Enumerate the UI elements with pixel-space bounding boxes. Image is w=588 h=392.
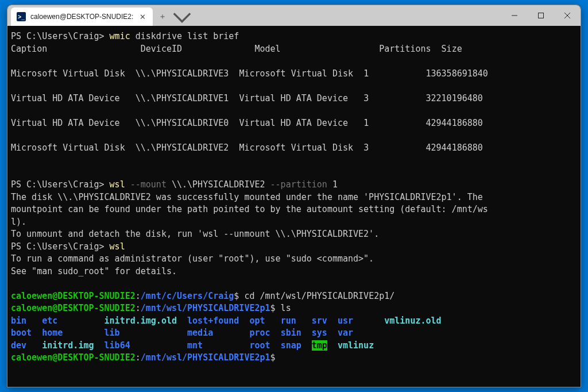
- cmd-arg: \\.\PHYSICALDRIVE2: [167, 179, 265, 190]
- cmd-flag: --partition: [265, 179, 327, 190]
- titlebar: >_ caloewen@DESKTOP-SNUDIE2: ✕ ＋: [7, 5, 581, 26]
- output-line: The disk \\.\PHYSICALDRIVE2 was successf…: [11, 192, 483, 202]
- maximize-button[interactable]: [528, 5, 554, 26]
- output-line: mountpoint can be found under the path p…: [11, 204, 488, 214]
- wsl-user-host: caloewen@DESKTOP-SNUDIE2: [11, 291, 136, 301]
- wsl-user-host: caloewen@DESKTOP-SNUDIE2: [11, 352, 136, 363]
- powershell-icon: >_: [17, 12, 26, 21]
- tab-close-button[interactable]: ✕: [138, 12, 147, 21]
- table-row: Virtual HD ATA Device \\.\PHYSICALDRIVE1…: [11, 93, 483, 103]
- ls-row: dev initrd.img lib64 mnt root snap tmp v…: [11, 340, 374, 351]
- wsl-cmd: ls: [276, 303, 291, 313]
- chevron-down-icon: [172, 7, 192, 26]
- wsl-path: /mnt/wsl/PHYSICALDRIVE2p1: [141, 352, 270, 363]
- cmd-wsl: wsl: [110, 179, 125, 190]
- cmd-wmic: wmic: [110, 31, 130, 41]
- cmd-arg: 1: [327, 179, 338, 190]
- tab-dropdown-button[interactable]: [172, 7, 192, 26]
- ls-row: bin etc initrd.img.old lost+found opt ru…: [11, 316, 442, 326]
- new-tab-button[interactable]: ＋: [153, 7, 172, 26]
- ls-row: boot home lib media proc sbin sys var: [11, 328, 353, 338]
- cmd-flag: --mount: [125, 179, 167, 190]
- window-controls: [501, 5, 581, 26]
- output-line: See "man sudo_root" for details.: [11, 266, 177, 276]
- cmd-args: diskdrive list brief: [130, 31, 239, 41]
- tab-active[interactable]: >_ caloewen@DESKTOP-SNUDIE2: ✕: [11, 7, 153, 26]
- wsl-path: /mnt/wsl/PHYSICALDRIVE2p1: [141, 303, 270, 313]
- close-icon: [564, 13, 570, 18]
- ps-prompt: PS C:\Users\Craig>: [11, 31, 110, 41]
- table-row: Microsoft Virtual Disk \\.\PHYSICALDRIVE…: [11, 143, 483, 153]
- wsl-cmd: cd /mnt/wsl/PHYSICALDRIVE2p1/: [239, 291, 394, 301]
- output-line: l).: [11, 217, 26, 227]
- table-row: Virtual HD ATA Device \\.\PHYSICALDRIVE0…: [11, 118, 483, 128]
- ps-prompt: PS C:\Users\Craig>: [11, 241, 110, 252]
- cmd-wsl: wsl: [110, 241, 125, 252]
- output-line: To run a command as administrator (user …: [11, 253, 374, 264]
- minimize-button[interactable]: [501, 5, 528, 26]
- table-row: Microsoft Virtual Disk \\.\PHYSICALDRIVE…: [11, 68, 488, 79]
- table-header: Caption DeviceID Model Partitions Size: [11, 44, 462, 54]
- titlebar-drag-area[interactable]: [192, 5, 501, 26]
- tab-title: caloewen@DESKTOP-SNUDIE2:: [30, 13, 133, 21]
- wsl-path: /mnt/c/Users/Craig: [141, 291, 234, 301]
- maximize-icon: [538, 13, 544, 18]
- close-button[interactable]: [554, 5, 581, 26]
- terminal-content[interactable]: PS C:\Users\Craig> wmic diskdrive list b…: [7, 26, 581, 369]
- minimize-icon: [512, 13, 517, 18]
- output-line: To unmount and detach the disk, run 'wsl…: [11, 229, 379, 239]
- ps-prompt: PS C:\Users\Craig>: [11, 179, 110, 190]
- terminal-window: >_ caloewen@DESKTOP-SNUDIE2: ✕ ＋ PS C:\U…: [7, 5, 581, 387]
- wsl-user-host: caloewen@DESKTOP-SNUDIE2: [11, 303, 136, 313]
- svg-rect-1: [539, 13, 544, 18]
